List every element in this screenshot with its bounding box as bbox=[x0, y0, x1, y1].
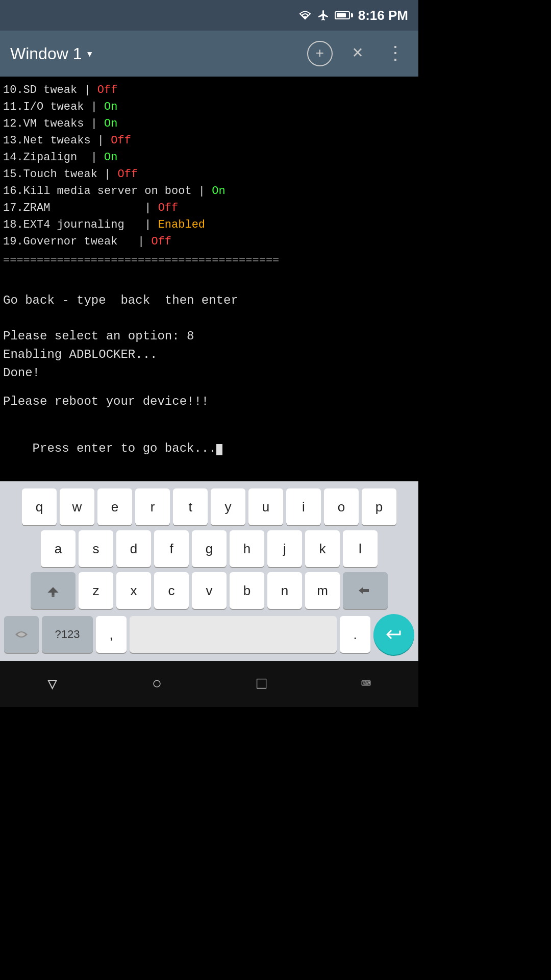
navigation-bar: ▽ ○ □ ⌨ bbox=[0, 661, 418, 707]
key-u[interactable]: u bbox=[248, 488, 283, 525]
symbols-key[interactable]: ?123 bbox=[42, 616, 93, 653]
key-a[interactable]: a bbox=[41, 530, 76, 567]
back-nav-button[interactable]: ▽ bbox=[47, 674, 57, 694]
key-h[interactable]: h bbox=[230, 530, 264, 567]
key-z[interactable]: z bbox=[79, 572, 113, 609]
space-key[interactable] bbox=[130, 616, 337, 653]
comma-key[interactable]: , bbox=[96, 616, 127, 653]
key-e[interactable]: e bbox=[97, 488, 132, 525]
go-back-instruction: Go back - type back then enter bbox=[3, 291, 415, 310]
backspace-key[interactable] bbox=[343, 572, 388, 609]
title-bar: Window 1 ▾ + × ⋮ bbox=[0, 31, 418, 77]
terminal-line: 11.I/O tweak | On bbox=[3, 99, 415, 115]
home-nav-button[interactable]: ○ bbox=[152, 675, 162, 694]
key-m[interactable]: m bbox=[305, 572, 340, 609]
keyboard-row-2: asdfghjkl bbox=[2, 530, 416, 567]
title-bar-left: Window 1 ▾ bbox=[10, 44, 93, 63]
key-n[interactable]: n bbox=[267, 572, 302, 609]
key-b[interactable]: b bbox=[230, 572, 264, 609]
key-c[interactable]: c bbox=[154, 572, 189, 609]
airplane-icon bbox=[317, 9, 330, 21]
wifi-icon bbox=[298, 10, 312, 21]
keyboard-bottom-row: ?123 , . bbox=[2, 614, 416, 655]
keyboard-row-1: qwertyuiop bbox=[2, 488, 416, 525]
keyboard-nav-button[interactable]: ⌨ bbox=[361, 674, 371, 694]
done-line: Done! bbox=[3, 364, 415, 382]
key-p[interactable]: p bbox=[362, 488, 396, 525]
key-g[interactable]: g bbox=[192, 530, 227, 567]
key-y[interactable]: y bbox=[211, 488, 245, 525]
add-window-button[interactable]: + bbox=[307, 41, 333, 66]
more-options-button[interactable]: ⋮ bbox=[383, 41, 408, 66]
terminal-line: 15.Touch tweak | Off bbox=[3, 166, 415, 183]
terminal-line: 12.VM tweaks | On bbox=[3, 115, 415, 132]
status-icons: 8:16 PM bbox=[298, 8, 408, 23]
key-k[interactable]: k bbox=[305, 530, 340, 567]
recents-nav-button[interactable]: □ bbox=[257, 675, 266, 694]
period-key[interactable]: . bbox=[340, 616, 370, 653]
terminal-line: 16.Kill media server on boot | On bbox=[3, 183, 415, 200]
press-enter-line: Press enter to go back... bbox=[3, 421, 415, 476]
key-v[interactable]: v bbox=[192, 572, 227, 609]
key-r[interactable]: r bbox=[135, 488, 170, 525]
key-o[interactable]: o bbox=[324, 488, 359, 525]
window-title: Window 1 bbox=[10, 44, 82, 63]
swiftkey-icon[interactable] bbox=[4, 616, 39, 653]
dropdown-arrow-icon[interactable]: ▾ bbox=[86, 46, 93, 61]
close-window-button[interactable]: × bbox=[345, 41, 370, 66]
battery-icon bbox=[335, 11, 353, 19]
status-time: 8:16 PM bbox=[358, 8, 408, 23]
terminal-line: 19.Governor tweak | Off bbox=[3, 233, 415, 250]
divider: ========================================… bbox=[3, 252, 415, 269]
enter-key[interactable] bbox=[373, 614, 414, 655]
title-bar-right: + × ⋮ bbox=[307, 41, 408, 66]
key-s[interactable]: s bbox=[79, 530, 113, 567]
key-l[interactable]: l bbox=[343, 530, 378, 567]
shift-key[interactable] bbox=[31, 572, 76, 609]
key-f[interactable]: f bbox=[154, 530, 189, 567]
reboot-line: Please reboot your device!!! bbox=[3, 393, 415, 411]
terminal-line: 14.Zipalign | On bbox=[3, 149, 415, 166]
key-x[interactable]: x bbox=[116, 572, 151, 609]
key-j[interactable]: j bbox=[267, 530, 302, 567]
terminal-line: 10.SD tweak | Off bbox=[3, 82, 415, 99]
key-q[interactable]: q bbox=[22, 488, 57, 525]
terminal-line: 13.Net tweaks | Off bbox=[3, 132, 415, 149]
select-option-line: Please select an option: 8 bbox=[3, 327, 415, 346]
status-bar: 8:16 PM bbox=[0, 0, 418, 31]
key-d[interactable]: d bbox=[116, 530, 151, 567]
terminal-output: 10.SD tweak | Off11.I/O tweak | On12.VM … bbox=[0, 77, 418, 481]
key-i[interactable]: i bbox=[286, 488, 321, 525]
terminal-line: 18.EXT4 journaling | Enabled bbox=[3, 216, 415, 233]
terminal-line: 17.ZRAM | Off bbox=[3, 200, 415, 216]
key-w[interactable]: w bbox=[60, 488, 94, 525]
keyboard-row-3: zxcvbnm bbox=[2, 572, 416, 609]
enabling-line: Enabling ADBLOCKER... bbox=[3, 346, 415, 364]
keyboard: qwertyuiop asdfghjkl zxcvbnm ?123 bbox=[0, 481, 418, 661]
key-t[interactable]: t bbox=[173, 488, 208, 525]
svg-rect-0 bbox=[52, 595, 54, 597]
